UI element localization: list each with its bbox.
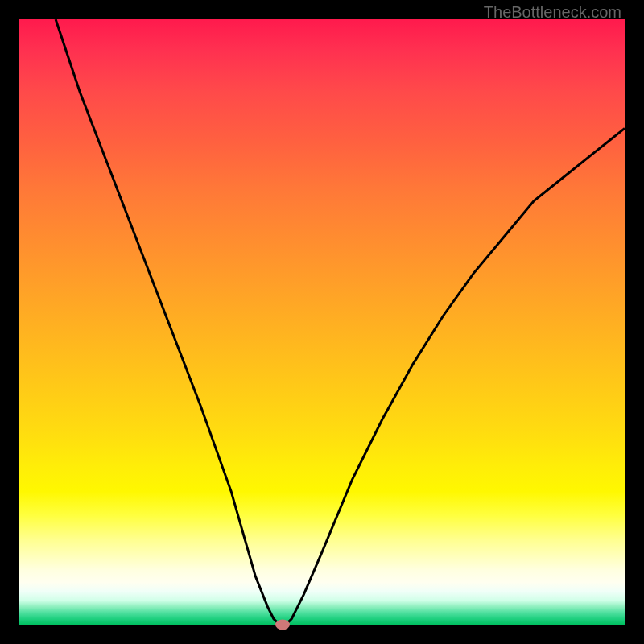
watermark-text: TheBottleneck.com	[484, 3, 621, 22]
minimum-marker	[275, 620, 290, 630]
chart-frame	[0, 0, 644, 644]
